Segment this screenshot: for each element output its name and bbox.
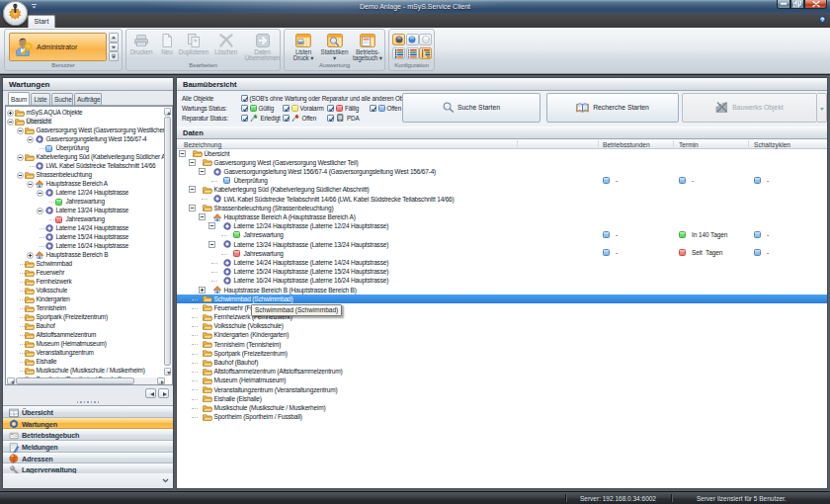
button-recherche-starten[interactable]: Recherche Starten (546, 93, 679, 123)
checkbox-checked[interactable] (370, 105, 376, 112)
tree-item-label[interactable]: Kabelverlegung Süd (Kabelverlegung Südli… (37, 153, 166, 160)
table-row[interactable]: Gasversorgungsleitung West 156/67-4 (Gas… (177, 167, 827, 176)
ribbon-button-listprint[interactable]: Listen Druck ▾ (288, 32, 319, 62)
table-row-label[interactable]: Museum (Heimatmuseum) (214, 377, 287, 383)
tree-item[interactable]: Fernheizwerk (6, 278, 165, 287)
tree-item[interactable]: Übersicht (6, 118, 165, 126)
tree-item-label[interactable]: Laterne 16/24 Hauptstrasse (56, 242, 129, 249)
tree-item-label[interactable]: Strassenbeleuchtung (37, 171, 92, 178)
user-gallery-item[interactable]: Administrator (9, 33, 107, 61)
tree-item-label[interactable]: Musikschule (Musikschule / Musikerheim) (37, 367, 145, 374)
tree-item[interactable]: Eishalle (6, 358, 165, 367)
list-layout-1-button[interactable] (392, 47, 405, 59)
tree-item-label[interactable]: Übersicht (26, 118, 52, 125)
tree-item-label[interactable]: Sportpark (Freizeitzentrum) (37, 313, 108, 320)
expand-toggle-minus[interactable] (208, 241, 215, 249)
quick-access-toolbar-button[interactable] (31, 3, 39, 10)
tree-item[interactable]: Kindergarten (6, 295, 165, 304)
expand-toggle-plus[interactable] (27, 252, 34, 260)
table-row-label[interactable]: Volksschule (Volksschule) (214, 322, 284, 329)
table-row[interactable]: Laterne 13/24 Hauptstrasse (Laterne 13/2… (177, 239, 827, 248)
tree-item[interactable]: Laterne 13/24 Hauptstrasse (6, 207, 165, 215)
tree-item[interactable]: Tennisheim (6, 304, 165, 313)
tree-scroll-left-button[interactable] (7, 378, 15, 384)
table-row[interactable]: Sportheim (Sportheim / Fussball) (177, 412, 827, 421)
table-row-label[interactable]: Hauptstrasse Bereich B (Hauptstrasse Ber… (224, 287, 357, 294)
tree-item[interactable]: Sportpark (Freizeitzentrum) (6, 313, 165, 322)
table-row[interactable]: Sportpark (Freizeitzentrum) (177, 349, 827, 358)
nav-item-wartungen[interactable]: Wartungen (3, 418, 173, 430)
tree-item-label[interactable]: Hauptstrasse Bereich B (46, 251, 109, 258)
list-layout-2-button[interactable] (406, 47, 419, 59)
ribbon-button-takeover-disabled[interactable]: Daten Übernehmen (240, 32, 286, 62)
table-row-label[interactable]: Laterne 16/24 Hauptstrasse (Laterne 16/2… (234, 277, 389, 284)
tree-item[interactable]: Hauptstrasse Bereich B (6, 251, 165, 260)
table-row-label[interactable]: Jahreswartung (244, 231, 284, 238)
table-row[interactable]: Kindergarten (Kindergarten) (177, 330, 827, 339)
tree-item-label[interactable]: Gasversorgungsleitung West 156/67-4 (46, 135, 147, 142)
expand-toggle-plus[interactable] (7, 110, 14, 118)
theme-dark-button[interactable] (392, 34, 405, 45)
table-row[interactable]: Musikschule (Musikschule / Musikerheim) (177, 403, 827, 412)
expand-toggle-minus[interactable] (37, 190, 43, 198)
ribbon-button-stats[interactable]: Statistiken ▾ (318, 32, 352, 62)
tree-item[interactable]: Veranstaltungzentrum (6, 349, 165, 358)
ribbon-button-print-disabled[interactable]: Drucken (126, 32, 156, 55)
tree-item-label[interactable]: Laterne 12/24 Hauptstrasse (56, 189, 129, 196)
column-separator[interactable] (598, 140, 599, 147)
nav-item-betriebstagebuch[interactable]: Betriebstagebuch (3, 429, 173, 441)
theme-light-button[interactable] (419, 34, 432, 45)
table-row-label[interactable]: Laterne 12/24 Hauptstrasse (Laterne 12/2… (234, 222, 389, 229)
checkbox-checked[interactable] (241, 105, 248, 112)
checkbox-checked[interactable] (241, 95, 248, 102)
ribbon-button-duplicate-disabled[interactable]: Duplizieren (174, 32, 213, 55)
table-row[interactable]: Laterne 12/24 Hauptstrasse (Laterne 12/2… (177, 221, 827, 230)
ribbon-tab-start[interactable]: Start (28, 15, 55, 28)
table-row[interactable]: Eishalle (Eishalle) (177, 394, 827, 403)
tree-item-label[interactable]: Kindergarten (37, 295, 70, 302)
tree-item-label[interactable]: Jahreswartung (66, 198, 105, 205)
tree-item[interactable]: Strassenbeleuchtung (6, 171, 165, 180)
tree-item[interactable]: Volksschule (6, 287, 165, 295)
table-row[interactable]: Strassenbeleuchtung (Strassenbeleuchtung… (177, 204, 827, 212)
expand-toggle-minus[interactable] (27, 136, 34, 144)
table-row-label[interactable]: Altstoffsammelzentrum (Altstoffsammelzen… (214, 368, 343, 375)
table-row-label[interactable]: Gasversorgungsleitung West 156/67-4 (Gas… (224, 168, 437, 175)
tree-item[interactable]: Laterne 15/24 Hauptstrasse (6, 233, 165, 242)
tree-scroll-down-button[interactable] (164, 368, 171, 376)
left-tab-3[interactable]: Suche (51, 93, 73, 105)
expand-toggle-minus[interactable] (189, 159, 196, 167)
table-row-label[interactable]: Laterne 15/24 Hauptstrasse (Laterne 15/2… (234, 268, 389, 275)
tree-item-label[interactable]: Fernheizwerk (37, 278, 72, 285)
tree-item-label[interactable]: Feuerwehr (37, 269, 65, 276)
tree-item[interactable]: Altstoffsammelzentrum (6, 331, 165, 340)
expand-toggle-minus[interactable] (7, 119, 14, 126)
table-row-label[interactable]: Musikschule (Musikschule / Musikerheim) (214, 404, 326, 411)
table-row-label[interactable]: LWL Kabel Südstrecke Teilabschnitt 14/66… (224, 196, 455, 203)
expand-toggle-minus[interactable] (189, 186, 196, 194)
expand-toggle-minus[interactable] (37, 208, 43, 215)
table-row[interactable]: Bauhof (Bauhof) (177, 358, 827, 367)
table-row[interactable]: Überprüfung--- (177, 176, 827, 185)
table-row[interactable]: Gasversorgung West (Gasversorgung Westli… (177, 158, 827, 167)
tree-horizontal-scrollbar-thumb[interactable] (16, 378, 134, 384)
tree-item-label[interactable]: Laterne 14/24 Hauptstrasse (56, 224, 129, 231)
tree-item-label[interactable]: Überprüfung (56, 144, 89, 151)
tree-item-label[interactable]: Laterne 13/24 Hauptstrasse (56, 207, 129, 213)
table-row-label[interactable]: Laterne 13/24 Hauptstrasse (Laterne 13/2… (234, 241, 389, 248)
nav-options-button[interactable] (162, 477, 169, 484)
column-separator[interactable] (517, 140, 518, 147)
table-row[interactable]: Jahreswartung-Seit Tagen- (177, 249, 827, 258)
table-row-label[interactable]: Laterne 14/24 Hauptstrasse (Laterne 14/2… (234, 259, 389, 266)
expand-toggle-minus[interactable] (179, 150, 186, 158)
tree-item-label[interactable]: Hauptstrasse Bereich A (46, 180, 108, 187)
tree-scroll-up-button[interactable] (164, 108, 171, 116)
tree-scroll-right-button[interactable] (157, 378, 165, 384)
table-row[interactable]: Volksschule (Volksschule) (177, 321, 827, 330)
tree-item-label[interactable]: Schwimmbad (37, 260, 72, 267)
tree-item-label[interactable]: LWL Kabel Südstrecke Teilabschnitt 14/66 (46, 162, 156, 169)
table-row[interactable]: Museum (Heimatmuseum) (177, 376, 827, 384)
pager-back-button[interactable] (145, 388, 156, 398)
left-tab-1[interactable]: Baum (8, 92, 30, 105)
table-row[interactable]: Laterne 14/24 Hauptstrasse (Laterne 14/2… (177, 258, 827, 267)
